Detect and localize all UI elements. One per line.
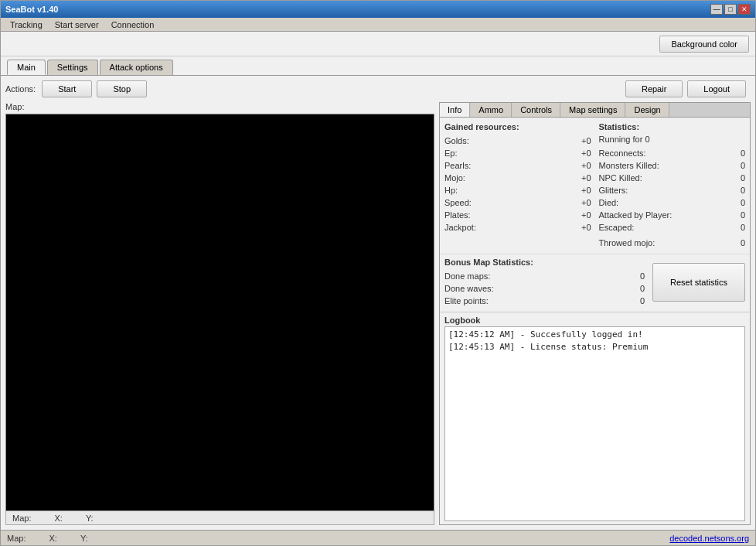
info-tab-map-settings[interactable]: Map settings [561, 103, 625, 117]
reset-statistics-button[interactable]: Reset statistics [652, 263, 745, 302]
resource-plates: Plates: +0 [444, 209, 591, 221]
resource-ep-value: +0 [581, 147, 591, 159]
bonus-done-maps-label: Done maps: [444, 270, 490, 282]
stat-attacked-label: Attacked by Player: [599, 209, 730, 221]
stat-died-label: Died: [599, 196, 730, 209]
log-entry-0: [12:45:12 AM] - Succesfully logged in! [448, 329, 741, 341]
background-color-button[interactable]: Background color [659, 36, 749, 53]
resource-mojo-label: Mojo: [444, 172, 487, 184]
close-button[interactable]: ✕ [738, 4, 751, 15]
resource-speed-label: Speed: [444, 196, 487, 209]
bonus-elite-value: 0 [640, 295, 645, 307]
resource-jackpot: Jackpot: +0 [444, 221, 591, 234]
running-for: Running for 0 [599, 135, 746, 144]
bonus-done-maps: Done maps: 0 [444, 270, 645, 282]
toolbar: Background color [1, 32, 755, 56]
bonus-title: Bonus Map Statistics: [444, 258, 645, 267]
stat-died-value: 0 [730, 196, 745, 209]
resource-hp-value: +0 [581, 184, 591, 196]
resource-pearls: Pearls: +0 [444, 159, 591, 172]
stat-npc-killed: NPC Killed: 0 [599, 172, 746, 184]
window-title: SeaBot v1.40 [5, 5, 58, 14]
stat-escaped: Escaped: 0 [599, 221, 746, 234]
logout-button[interactable]: Logout [687, 80, 746, 97]
map-label: Map: [5, 102, 434, 111]
bottom-bar: Map: X: Y: decoded.netsons.org [1, 530, 755, 545]
resource-pearls-value: +0 [581, 159, 591, 172]
right-panel: Info Ammo Controls Map settings Design G… [439, 102, 751, 525]
menu-tracking[interactable]: Tracking [4, 20, 49, 29]
bonus-stats: Bonus Map Statistics: Done maps: 0 Done … [444, 258, 645, 307]
resource-speed-value: +0 [581, 196, 591, 209]
stats-column: Statistics: Running for 0 Reconnects: 0 … [599, 122, 746, 249]
actions-label: Actions: [5, 84, 36, 94]
stat-glitters: Glitters: 0 [599, 184, 746, 196]
resource-jackpot-label: Jackpot: [444, 221, 487, 234]
map-panel: Map: Map: X: Y: [5, 102, 434, 525]
info-tab-ammo[interactable]: Ammo [471, 103, 512, 117]
bonus-done-waves-value: 0 [640, 282, 645, 295]
map-canvas [5, 114, 434, 511]
info-tab-controls[interactable]: Controls [513, 103, 560, 117]
stat-died: Died: 0 [599, 196, 746, 209]
stat-glitters-value: 0 [730, 184, 745, 196]
title-bar: SeaBot v1.40 — □ ✕ [1, 1, 755, 18]
stat-reconnects-label: Reconnects: [599, 147, 730, 159]
resource-hp: Hp: +0 [444, 184, 591, 196]
tab-settings[interactable]: Settings [47, 60, 98, 75]
info-tab-design[interactable]: Design [626, 103, 669, 117]
menu-connection[interactable]: Connection [105, 20, 161, 29]
stat-monsters-value: 0 [730, 159, 745, 172]
coord-y-label: Y: [86, 514, 94, 523]
resource-ep: Ep: +0 [444, 147, 591, 159]
main-window: SeaBot v1.40 — □ ✕ Tracking Start server… [0, 0, 756, 546]
resource-mojo-value: +0 [581, 172, 591, 184]
bottom-coords: Map: X: Y: [7, 534, 88, 543]
bonus-done-waves-label: Done waves: [444, 282, 494, 295]
minimize-button[interactable]: — [710, 4, 723, 15]
coord-map-label: Map: [12, 514, 31, 523]
resource-speed: Speed: +0 [444, 196, 591, 209]
stat-npc-label: NPC Killed: [599, 172, 730, 184]
resource-golds-label: Golds: [444, 135, 487, 147]
bottom-x-label: X: [49, 534, 56, 543]
resource-plates-label: Plates: [444, 209, 487, 221]
resource-hp-label: Hp: [444, 184, 487, 196]
resource-jackpot-value: +0 [581, 221, 591, 234]
actions-bar: Actions: Start Stop Repair Logout [5, 80, 751, 97]
menu-start-server[interactable]: Start server [49, 20, 105, 29]
stat-monsters-killed: Monsters Killed: 0 [599, 159, 746, 172]
start-button[interactable]: Start [42, 80, 92, 97]
logbook-section: Logbook [12:45:12 AM] - Succesfully logg… [440, 312, 750, 524]
stat-escaped-label: Escaped: [599, 221, 730, 234]
info-content: Gained resources: Golds: +0 Ep: +0 Pearl… [439, 117, 751, 525]
bonus-elite-label: Elite points: [444, 295, 489, 307]
map-coordinates: Map: X: Y: [5, 511, 434, 525]
tab-attack-options[interactable]: Attack options [100, 60, 173, 75]
resource-plates-value: +0 [581, 209, 591, 221]
bonus-done-maps-value: 0 [640, 270, 645, 282]
bonus-elite-points: Elite points: 0 [444, 295, 645, 307]
bonus-done-waves: Done waves: 0 [444, 282, 645, 295]
window-controls: — □ ✕ [710, 4, 751, 15]
tab-main[interactable]: Main [7, 60, 46, 75]
stat-reconnects: Reconnects: 0 [599, 147, 746, 159]
stat-throwed-mojo: Throwed mojo: 0 [599, 237, 746, 249]
stop-button[interactable]: Stop [97, 80, 147, 97]
maximize-button[interactable]: □ [724, 4, 737, 15]
bonus-section: Bonus Map Statistics: Done maps: 0 Done … [440, 254, 750, 312]
stat-attacked-value: 0 [730, 209, 745, 221]
resources-column: Gained resources: Golds: +0 Ep: +0 Pearl… [444, 122, 591, 249]
repair-button[interactable]: Repair [625, 80, 683, 97]
stat-escaped-value: 0 [730, 221, 745, 234]
stat-attacked-by-player: Attacked by Player: 0 [599, 209, 746, 221]
main-content: Actions: Start Stop Repair Logout Map: M… [1, 75, 755, 530]
logbook-area[interactable]: [12:45:12 AM] - Succesfully logged in! [… [444, 326, 745, 521]
resources-title: Gained resources: [444, 122, 591, 131]
credits-link[interactable]: decoded.netsons.org [669, 534, 749, 543]
info-tab-info[interactable]: Info [440, 103, 470, 117]
resource-ep-label: Ep: [444, 147, 487, 159]
bottom-map-label: Map: [7, 534, 26, 543]
resource-pearls-label: Pearls: [444, 159, 487, 172]
info-top: Gained resources: Golds: +0 Ep: +0 Pearl… [440, 118, 750, 254]
